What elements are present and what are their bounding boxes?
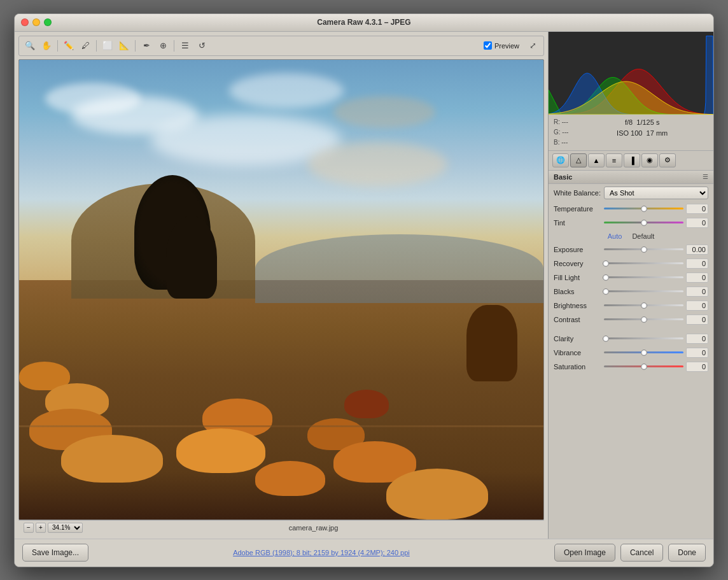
auto-link[interactable]: Auto <box>608 232 622 240</box>
tint-label: Tint <box>554 219 601 227</box>
divider <box>549 327 713 332</box>
filename-label: camera_raw.jpg <box>88 524 539 532</box>
spot-removal-tool[interactable]: ✒ <box>139 39 153 53</box>
cancel-button[interactable]: Cancel <box>620 544 663 562</box>
recovery-slider[interactable] <box>604 258 683 269</box>
brightness-slider[interactable] <box>604 301 683 311</box>
recovery-label: Recovery <box>554 260 601 267</box>
white-balance-tool[interactable]: ✏️ <box>62 39 76 53</box>
temperature-slider[interactable] <box>604 204 683 214</box>
close-button[interactable] <box>21 18 29 26</box>
tab-tone-curve[interactable]: △ <box>570 153 587 167</box>
plant-6 <box>176 428 265 473</box>
zoom-in-btn[interactable]: + <box>36 523 46 533</box>
window-controls <box>21 18 52 26</box>
preview-checkbox-container: Preview <box>484 41 519 50</box>
tab-split-toning[interactable]: ▐ <box>624 153 640 167</box>
b-value: B: --- <box>554 138 568 148</box>
fill-light-value[interactable] <box>686 272 708 283</box>
fill-light-slider[interactable] <box>604 272 683 283</box>
tab-hsl[interactable]: ≡ <box>606 153 622 167</box>
temperature-value[interactable] <box>686 204 708 214</box>
minimize-button[interactable] <box>32 18 40 26</box>
vibrance-slider[interactable] <box>604 348 683 358</box>
aperture-shutter: f/8 1/125 s <box>576 117 708 129</box>
tab-detail[interactable]: ▲ <box>588 153 605 167</box>
clarity-slider[interactable] <box>604 334 683 344</box>
tab-camera-cal[interactable]: ⚙ <box>659 153 676 167</box>
white-balance-select[interactable]: As Shot Auto Daylight Cloudy Shade Tungs… <box>604 187 708 199</box>
brightness-thumb[interactable] <box>641 302 647 309</box>
tree-2 <box>166 216 217 299</box>
blacks-label: Blacks <box>554 288 601 295</box>
left-panel: 🔍 ✋ ✏️ 🖊 ⬜ 📐 ✒ ⊕ ☰ ↺ Preview ⤢ <box>15 32 548 539</box>
brightness-label: Brightness <box>554 302 601 309</box>
iso-focal: ISO 100 17 mm <box>576 128 708 139</box>
temperature-label: Temperature <box>554 205 601 213</box>
preview-label[interactable]: Preview <box>494 42 519 50</box>
contrast-label: Contrast <box>554 316 601 323</box>
clarity-value[interactable] <box>686 334 708 344</box>
preview-checkbox[interactable] <box>484 41 492 50</box>
adjustments-panel: Basic ☰ White Balance: As Shot Auto Dayl… <box>549 171 713 539</box>
tint-thumb[interactable] <box>641 220 647 226</box>
zoom-out-btn[interactable]: − <box>24 523 34 533</box>
saturation-value[interactable] <box>686 362 708 372</box>
file-info-link[interactable]: Adobe RGB (1998); 8 bit; 2159 by 1924 (4… <box>94 549 549 556</box>
plant-9 <box>344 390 389 418</box>
clarity-row: Clarity <box>549 332 713 346</box>
blacks-thumb[interactable] <box>603 288 609 295</box>
red-eye-tool[interactable]: ⊕ <box>156 39 170 53</box>
maximize-button[interactable] <box>44 18 52 26</box>
zoom-tool[interactable]: 🔍 <box>23 39 37 53</box>
brightness-value[interactable] <box>686 301 708 311</box>
hand-tool[interactable]: ✋ <box>39 39 53 53</box>
vibrance-thumb[interactable] <box>641 350 647 356</box>
blacks-value[interactable] <box>686 286 708 297</box>
bottom-bar: Save Image... Adobe RGB (1998); 8 bit; 2… <box>15 539 713 567</box>
clarity-track <box>604 337 683 339</box>
saturation-thumb[interactable] <box>641 364 647 370</box>
contrast-thumb[interactable] <box>641 316 647 323</box>
default-link[interactable]: Default <box>632 232 654 240</box>
brightness-row: Brightness <box>549 299 713 313</box>
graduated-filter-tool[interactable]: ↺ <box>195 39 209 53</box>
panel-tabs: 🌐 △ ▲ ≡ ▐ ◉ ⚙ <box>549 151 713 171</box>
clarity-thumb[interactable] <box>603 336 609 342</box>
clarity-label: Clarity <box>554 335 601 343</box>
temperature-thumb[interactable] <box>641 206 647 212</box>
exposure-track <box>604 248 683 250</box>
save-image-button[interactable]: Save Image... <box>22 544 88 562</box>
exposure-value[interactable] <box>686 244 708 255</box>
crop-tool[interactable]: ⬜ <box>101 39 115 53</box>
saturation-slider[interactable] <box>604 362 683 372</box>
panel-menu-icon[interactable]: ☰ <box>703 173 708 180</box>
tint-slider[interactable] <box>604 218 683 228</box>
full-screen-btn[interactable]: ⤢ <box>526 39 540 53</box>
white-balance-row: White Balance: As Shot Auto Daylight Clo… <box>549 184 713 202</box>
vibrance-value[interactable] <box>686 348 708 358</box>
recovery-value[interactable] <box>686 258 708 269</box>
adjustment-brush-tool[interactable]: ☰ <box>178 39 192 53</box>
zoom-select[interactable]: 34.1% 25% 50% 100% <box>48 523 83 533</box>
contrast-value[interactable] <box>686 315 708 325</box>
exposure-thumb[interactable] <box>641 246 647 253</box>
open-image-button[interactable]: Open Image <box>554 544 615 562</box>
color-sampler-tool[interactable]: 🖊 <box>78 39 92 53</box>
recovery-thumb[interactable] <box>603 260 609 267</box>
plant-7 <box>255 461 325 496</box>
recovery-track <box>604 262 683 264</box>
contrast-slider[interactable] <box>604 315 683 325</box>
ground-line <box>19 425 543 427</box>
tint-value[interactable] <box>686 218 708 228</box>
fill-light-thumb[interactable] <box>603 274 609 281</box>
straighten-tool[interactable]: 📐 <box>117 39 131 53</box>
title-bar: Camera Raw 4.3.1 – JPEG <box>15 14 713 32</box>
tab-lens[interactable]: ◉ <box>641 153 658 167</box>
exposure-slider[interactable] <box>604 244 683 255</box>
done-button[interactable]: Done <box>668 544 706 562</box>
blacks-slider[interactable] <box>604 286 683 297</box>
contrast-track <box>604 318 683 320</box>
tab-basic[interactable]: 🌐 <box>552 153 569 167</box>
exposure-row: Exposure <box>549 243 713 257</box>
